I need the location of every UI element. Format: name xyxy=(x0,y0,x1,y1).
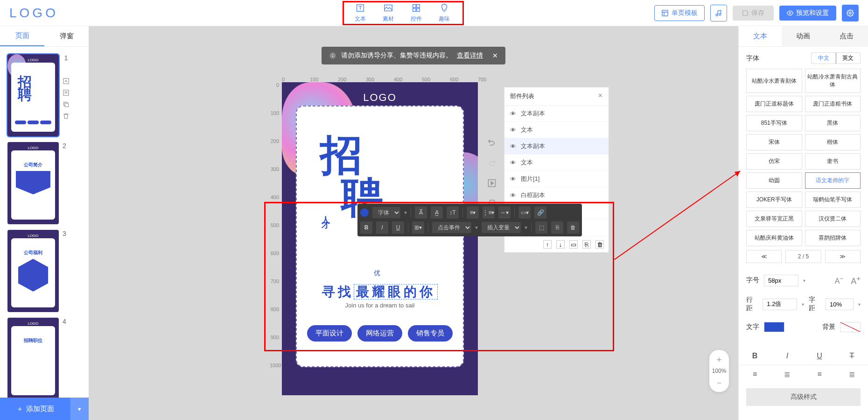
align-center[interactable]: ≣ xyxy=(780,370,794,379)
copy-icon[interactable] xyxy=(63,101,70,108)
tb-italic[interactable]: I xyxy=(376,221,388,234)
subtitle-top[interactable]: 优 xyxy=(374,269,386,278)
play-button[interactable] xyxy=(485,177,498,190)
tb-copy[interactable]: ⎘ xyxy=(551,221,563,234)
comp-copy[interactable]: ⎘ xyxy=(582,240,591,249)
comp-item-5[interactable]: 👁白框副本 xyxy=(504,187,609,204)
font-4[interactable]: 851手写体 xyxy=(746,115,802,131)
color-swatch[interactable] xyxy=(360,208,369,217)
comp-down[interactable]: ↓ xyxy=(556,240,565,249)
tb-underline[interactable]: U xyxy=(392,221,404,234)
zoom-in[interactable]: ＋ xyxy=(715,354,723,365)
comp-up[interactable]: ↑ xyxy=(543,240,552,249)
font-7[interactable]: 楷体 xyxy=(805,134,861,150)
rp-tab-animation[interactable]: 动画 xyxy=(782,26,825,46)
tb-valign[interactable]: ⊞▾ xyxy=(412,221,424,234)
tb-list[interactable]: ⋮≡▾ xyxy=(483,206,495,219)
font-select[interactable]: 字体 xyxy=(372,207,400,218)
font-13[interactable]: 瑞鹤仙笔手写体 xyxy=(805,192,861,208)
add-page-button[interactable]: ＋ 添加页面 xyxy=(0,398,70,420)
add-page-dropdown[interactable]: ▾ xyxy=(70,398,89,420)
font-2[interactable]: 庞门正道标题体 xyxy=(746,96,802,112)
size-inc[interactable]: A+ xyxy=(851,274,861,286)
comp-delete[interactable]: 🗑 xyxy=(595,240,604,249)
rp-tab-click[interactable]: 点击 xyxy=(825,26,868,46)
font-next[interactable]: ≫ xyxy=(825,250,861,263)
comp-close[interactable]: ✕ xyxy=(598,92,603,100)
comp-folder[interactable]: ▭ xyxy=(569,240,578,249)
font-prev[interactable]: ≪ xyxy=(746,250,782,263)
comp-item-3[interactable]: 👁文本 xyxy=(504,155,609,171)
font-11[interactable]: 语文老师的字 xyxy=(805,172,861,189)
delete-icon[interactable] xyxy=(63,113,70,120)
align-justify[interactable]: ≣ xyxy=(845,370,859,379)
music-button[interactable] xyxy=(710,5,727,21)
fmt-strike[interactable]: T xyxy=(845,352,859,360)
preview-button[interactable]: 预览和设置 xyxy=(779,6,836,21)
tb-delete[interactable]: 🗑 xyxy=(567,221,579,234)
click-event-select[interactable]: 点击事件 xyxy=(432,222,471,233)
tb-border[interactable]: ▭▾ xyxy=(518,206,531,219)
subtitle-en[interactable]: Join us for a dream to sail xyxy=(345,302,415,309)
add-icon[interactable] xyxy=(63,78,70,85)
comp-item-4[interactable]: 👁图片[1] xyxy=(504,171,609,187)
tb-spacing[interactable]: ↔▾ xyxy=(498,206,511,219)
text-toolbar[interactable]: 字体 ▾ A̅ A̲ ↕T ≡▾ ⋮≡▾ ↔▾ ▭▾ 🔗 B I U ⊞▾ 点击… xyxy=(357,204,582,236)
line-input[interactable] xyxy=(763,299,797,310)
font-16[interactable]: 站酷庆科黄油体 xyxy=(746,230,802,246)
tool-text[interactable]: 文本 xyxy=(355,3,366,23)
zoom-out[interactable]: － xyxy=(715,377,723,388)
font-9[interactable]: 隶书 xyxy=(805,153,861,170)
page-thumb-3[interactable]: LOGO公司福利 xyxy=(7,230,59,312)
font-0[interactable]: 站酷冷水萧青刻体 xyxy=(746,69,802,93)
font-12[interactable]: JOKER手写体 xyxy=(746,192,802,208)
redo-button[interactable] xyxy=(485,156,498,169)
comp-item-2[interactable]: 👁文本副本 xyxy=(504,138,609,155)
tool-fun[interactable]: 趣味 xyxy=(439,3,450,23)
fmt-underline[interactable]: U xyxy=(812,352,826,360)
pill-2[interactable]: 网络运营 xyxy=(357,325,402,342)
letter-input[interactable] xyxy=(826,299,854,310)
font-10[interactable]: 幼圆 xyxy=(746,172,802,189)
size-dec[interactable]: A− xyxy=(835,275,843,285)
tb-link[interactable]: 🔗 xyxy=(534,206,546,219)
font-17[interactable]: 喜鹊招牌体 xyxy=(805,230,861,246)
font-8[interactable]: 仿宋 xyxy=(746,153,802,170)
advanced-style-button[interactable]: 高级样式 xyxy=(746,388,861,406)
align-right[interactable]: ≡ xyxy=(812,370,826,379)
lang-en[interactable]: 英文 xyxy=(836,53,860,64)
canvas[interactable]: LOGO 招 聘 人才 优 寻找最耀眼的你 Join us for a drea… xyxy=(282,82,478,395)
lang-cn[interactable]: 中文 xyxy=(811,52,836,64)
size-input[interactable] xyxy=(764,275,798,286)
tab-popups[interactable]: 弹窗 xyxy=(44,26,89,46)
headline[interactable]: 寻找最耀眼的你 xyxy=(322,283,438,301)
tb-bold[interactable]: B xyxy=(360,221,372,234)
tb-clear-format[interactable]: ↕T xyxy=(447,206,459,219)
align-left[interactable]: ≡ xyxy=(748,370,762,379)
page-thumb-1[interactable]: LOGO招聘 xyxy=(7,54,59,136)
tb-layer-up[interactable]: ⬚ xyxy=(535,221,547,234)
page-thumb-2[interactable]: LOGO公司简介 xyxy=(7,142,59,224)
font-5[interactable]: 黑体 xyxy=(805,115,861,131)
tool-widget[interactable]: 控件 xyxy=(411,3,422,23)
comp-item-1[interactable]: 👁文本 xyxy=(504,122,609,138)
fmt-italic[interactable]: I xyxy=(780,352,794,360)
font-6[interactable]: 宋体 xyxy=(746,134,802,150)
list-icon[interactable] xyxy=(63,89,70,96)
tb-font-size-up[interactable]: A̅ xyxy=(415,206,427,219)
font-15[interactable]: 汉仪贤二体 xyxy=(805,211,861,227)
text-color[interactable] xyxy=(764,322,784,332)
tb-font-size-down[interactable]: A̲ xyxy=(431,206,443,219)
hire-subtitle[interactable]: 人才 xyxy=(320,209,331,217)
comp-item-0[interactable]: 👁文本副本 xyxy=(504,106,609,122)
font-1[interactable]: 站酷冷水萧青刻古典体 xyxy=(805,69,861,93)
template-button[interactable]: 单页模板 xyxy=(654,5,705,21)
undo-button[interactable] xyxy=(485,135,498,149)
canvas-logo[interactable]: LOGO xyxy=(363,92,397,104)
tool-material[interactable]: 素材 xyxy=(383,3,394,23)
page-thumb-4[interactable]: LOGO招聘职位 xyxy=(7,318,59,398)
headline-selected[interactable]: 最耀眼的你 xyxy=(354,284,438,299)
font-3[interactable]: 庞门正道粗书体 xyxy=(805,96,861,112)
page-thumbs[interactable]: LOGO招聘 1 LOGO公司简介 2 LOGO公司福利 3 xyxy=(0,47,89,398)
bg-color[interactable] xyxy=(840,322,861,332)
